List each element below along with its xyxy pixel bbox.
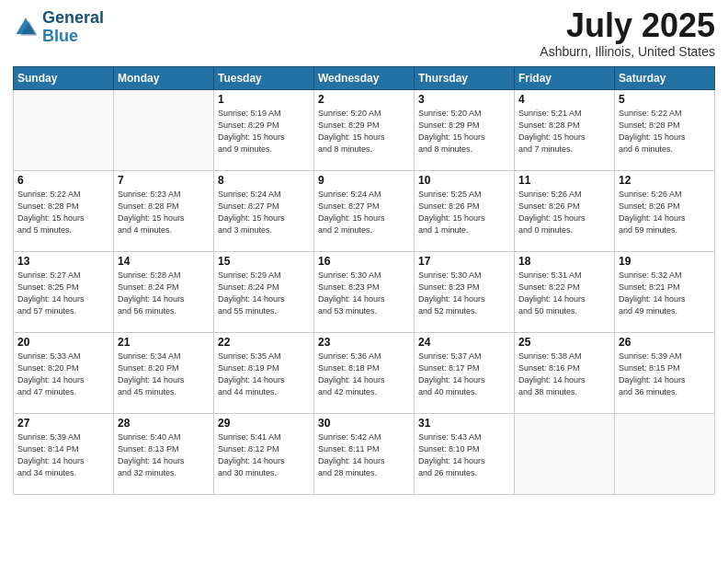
- day-number: 13: [17, 255, 109, 268]
- day-cell: 18Sunrise: 5:31 AM Sunset: 8:22 PM Dayli…: [515, 252, 615, 333]
- day-info: Sunrise: 5:26 AM Sunset: 8:26 PM Dayligh…: [518, 189, 610, 236]
- day-info: Sunrise: 5:40 AM Sunset: 8:13 PM Dayligh…: [118, 431, 210, 479]
- day-info: Sunrise: 5:25 AM Sunset: 8:26 PM Dayligh…: [418, 189, 510, 236]
- day-number: 22: [218, 336, 310, 349]
- day-cell: 26Sunrise: 5:39 AM Sunset: 8:15 PM Dayli…: [615, 333, 715, 414]
- day-number: 12: [619, 174, 711, 187]
- weekday-friday: Friday: [515, 67, 615, 90]
- day-number: 29: [218, 417, 310, 430]
- day-number: 27: [17, 417, 109, 430]
- logo-icon: [13, 15, 39, 40]
- logo: General Blue: [13, 9, 104, 46]
- day-number: 30: [318, 417, 410, 430]
- weekday-tuesday: Tuesday: [214, 67, 314, 90]
- week-row-1: 6Sunrise: 5:22 AM Sunset: 8:28 PM Daylig…: [14, 171, 715, 252]
- day-cell: 6Sunrise: 5:22 AM Sunset: 8:28 PM Daylig…: [14, 171, 114, 252]
- week-row-0: 1Sunrise: 5:19 AM Sunset: 8:29 PM Daylig…: [14, 90, 715, 171]
- day-info: Sunrise: 5:42 AM Sunset: 8:11 PM Dayligh…: [318, 431, 410, 479]
- header: General Blue July 2025 Ashburn, Illinois…: [13, 9, 715, 59]
- day-number: 14: [118, 255, 210, 268]
- day-cell: [114, 90, 214, 171]
- weekday-header-row: SundayMondayTuesdayWednesdayThursdayFrid…: [14, 67, 715, 90]
- day-info: Sunrise: 5:41 AM Sunset: 8:12 PM Dayligh…: [218, 431, 310, 479]
- week-row-3: 20Sunrise: 5:33 AM Sunset: 8:20 PM Dayli…: [14, 333, 715, 414]
- day-cell: 7Sunrise: 5:23 AM Sunset: 8:28 PM Daylig…: [114, 171, 214, 252]
- day-cell: 23Sunrise: 5:36 AM Sunset: 8:18 PM Dayli…: [314, 333, 415, 414]
- day-info: Sunrise: 5:30 AM Sunset: 8:23 PM Dayligh…: [318, 270, 410, 317]
- day-info: Sunrise: 5:23 AM Sunset: 8:28 PM Dayligh…: [118, 189, 210, 236]
- day-cell: 19Sunrise: 5:32 AM Sunset: 8:21 PM Dayli…: [615, 252, 715, 333]
- day-cell: 2Sunrise: 5:20 AM Sunset: 8:29 PM Daylig…: [314, 90, 415, 171]
- week-row-2: 13Sunrise: 5:27 AM Sunset: 8:25 PM Dayli…: [14, 252, 715, 333]
- title-block: July 2025 Ashburn, Illinois, United Stat…: [540, 9, 715, 59]
- weekday-monday: Monday: [114, 67, 214, 90]
- day-info: Sunrise: 5:24 AM Sunset: 8:27 PM Dayligh…: [318, 189, 410, 236]
- day-info: Sunrise: 5:43 AM Sunset: 8:10 PM Dayligh…: [418, 431, 510, 479]
- day-cell: 29Sunrise: 5:41 AM Sunset: 8:12 PM Dayli…: [214, 414, 314, 495]
- logo-text: General Blue: [42, 9, 104, 46]
- day-number: 16: [318, 255, 410, 268]
- day-cell: 31Sunrise: 5:43 AM Sunset: 8:10 PM Dayli…: [415, 414, 515, 495]
- location-subtitle: Ashburn, Illinois, United States: [540, 44, 715, 59]
- day-info: Sunrise: 5:20 AM Sunset: 8:29 PM Dayligh…: [418, 108, 510, 155]
- day-info: Sunrise: 5:22 AM Sunset: 8:28 PM Dayligh…: [17, 189, 109, 236]
- day-cell: 28Sunrise: 5:40 AM Sunset: 8:13 PM Dayli…: [114, 414, 214, 495]
- day-info: Sunrise: 5:32 AM Sunset: 8:21 PM Dayligh…: [619, 270, 711, 317]
- day-info: Sunrise: 5:37 AM Sunset: 8:17 PM Dayligh…: [418, 350, 510, 398]
- day-number: 19: [619, 255, 711, 268]
- day-number: 4: [518, 93, 610, 106]
- day-info: Sunrise: 5:27 AM Sunset: 8:25 PM Dayligh…: [17, 270, 109, 317]
- day-cell: 12Sunrise: 5:26 AM Sunset: 8:26 PM Dayli…: [615, 171, 715, 252]
- weekday-wednesday: Wednesday: [314, 67, 415, 90]
- day-number: 28: [118, 417, 210, 430]
- day-info: Sunrise: 5:24 AM Sunset: 8:27 PM Dayligh…: [218, 189, 310, 236]
- day-cell: 10Sunrise: 5:25 AM Sunset: 8:26 PM Dayli…: [415, 171, 515, 252]
- day-number: 17: [418, 255, 510, 268]
- day-number: 1: [218, 93, 310, 106]
- weekday-thursday: Thursday: [415, 67, 515, 90]
- day-cell: 8Sunrise: 5:24 AM Sunset: 8:27 PM Daylig…: [214, 171, 314, 252]
- day-cell: 21Sunrise: 5:34 AM Sunset: 8:20 PM Dayli…: [114, 333, 214, 414]
- day-number: 8: [218, 174, 310, 187]
- day-info: Sunrise: 5:33 AM Sunset: 8:20 PM Dayligh…: [17, 350, 109, 398]
- day-info: Sunrise: 5:39 AM Sunset: 8:14 PM Dayligh…: [17, 431, 109, 479]
- day-number: 20: [17, 336, 109, 349]
- week-row-4: 27Sunrise: 5:39 AM Sunset: 8:14 PM Dayli…: [14, 414, 715, 495]
- day-number: 5: [619, 93, 711, 106]
- day-number: 2: [318, 93, 410, 106]
- day-cell: 1Sunrise: 5:19 AM Sunset: 8:29 PM Daylig…: [214, 90, 314, 171]
- day-info: Sunrise: 5:39 AM Sunset: 8:15 PM Dayligh…: [619, 350, 711, 398]
- day-number: 10: [418, 174, 510, 187]
- day-info: Sunrise: 5:20 AM Sunset: 8:29 PM Dayligh…: [318, 108, 410, 155]
- day-info: Sunrise: 5:31 AM Sunset: 8:22 PM Dayligh…: [518, 270, 610, 317]
- day-cell: 24Sunrise: 5:37 AM Sunset: 8:17 PM Dayli…: [415, 333, 515, 414]
- day-cell: 17Sunrise: 5:30 AM Sunset: 8:23 PM Dayli…: [415, 252, 515, 333]
- day-info: Sunrise: 5:35 AM Sunset: 8:19 PM Dayligh…: [218, 350, 310, 398]
- day-number: 9: [318, 174, 410, 187]
- day-info: Sunrise: 5:34 AM Sunset: 8:20 PM Dayligh…: [118, 350, 210, 398]
- month-title: July 2025: [540, 9, 715, 42]
- day-cell: 9Sunrise: 5:24 AM Sunset: 8:27 PM Daylig…: [314, 171, 415, 252]
- day-info: Sunrise: 5:29 AM Sunset: 8:24 PM Dayligh…: [218, 270, 310, 317]
- day-number: 7: [118, 174, 210, 187]
- day-number: 15: [218, 255, 310, 268]
- day-cell: 5Sunrise: 5:22 AM Sunset: 8:28 PM Daylig…: [615, 90, 715, 171]
- day-cell: 16Sunrise: 5:30 AM Sunset: 8:23 PM Dayli…: [314, 252, 415, 333]
- day-number: 24: [418, 336, 510, 349]
- day-info: Sunrise: 5:21 AM Sunset: 8:28 PM Dayligh…: [518, 108, 610, 155]
- day-cell: 22Sunrise: 5:35 AM Sunset: 8:19 PM Dayli…: [214, 333, 314, 414]
- day-number: 3: [418, 93, 510, 106]
- day-number: 18: [518, 255, 610, 268]
- day-info: Sunrise: 5:22 AM Sunset: 8:28 PM Dayligh…: [619, 108, 711, 155]
- weekday-saturday: Saturday: [615, 67, 715, 90]
- day-info: Sunrise: 5:26 AM Sunset: 8:26 PM Dayligh…: [619, 189, 711, 236]
- day-cell: 13Sunrise: 5:27 AM Sunset: 8:25 PM Dayli…: [14, 252, 114, 333]
- day-cell: 3Sunrise: 5:20 AM Sunset: 8:29 PM Daylig…: [415, 90, 515, 171]
- day-info: Sunrise: 5:36 AM Sunset: 8:18 PM Dayligh…: [318, 350, 410, 398]
- day-info: Sunrise: 5:28 AM Sunset: 8:24 PM Dayligh…: [118, 270, 210, 317]
- calendar: SundayMondayTuesdayWednesdayThursdayFrid…: [13, 66, 715, 495]
- day-number: 31: [418, 417, 510, 430]
- day-cell: 11Sunrise: 5:26 AM Sunset: 8:26 PM Dayli…: [515, 171, 615, 252]
- day-number: 21: [118, 336, 210, 349]
- day-number: 23: [318, 336, 410, 349]
